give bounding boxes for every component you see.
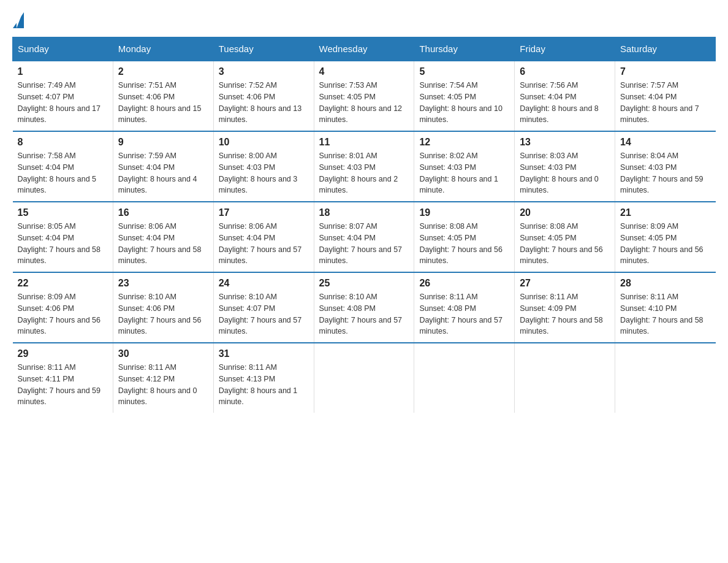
day-number: 10 — [219, 137, 309, 148]
day-number: 23 — [118, 278, 208, 289]
day-info: Sunrise: 8:11 AMSunset: 4:09 PMDaylight:… — [520, 291, 610, 337]
day-number: 22 — [18, 278, 108, 289]
table-row: 31Sunrise: 8:11 AMSunset: 4:13 PMDayligh… — [213, 343, 314, 413]
header-wednesday: Wednesday — [314, 37, 414, 61]
day-number: 28 — [620, 278, 710, 289]
table-row: 7Sunrise: 7:57 AMSunset: 4:04 PMDaylight… — [615, 61, 716, 131]
day-info: Sunrise: 8:11 AMSunset: 4:08 PMDaylight:… — [419, 291, 509, 337]
table-row — [615, 343, 716, 413]
day-info: Sunrise: 8:10 AMSunset: 4:06 PMDaylight:… — [118, 291, 208, 337]
day-number: 1 — [18, 66, 108, 77]
day-number: 6 — [520, 66, 610, 77]
day-number: 19 — [419, 207, 509, 218]
calendar-week-row: 15Sunrise: 8:05 AMSunset: 4:04 PMDayligh… — [13, 202, 716, 272]
calendar-week-row: 22Sunrise: 8:09 AMSunset: 4:06 PMDayligh… — [13, 272, 716, 343]
table-row: 15Sunrise: 8:05 AMSunset: 4:04 PMDayligh… — [13, 202, 113, 272]
table-row: 8Sunrise: 7:58 AMSunset: 4:04 PMDaylight… — [13, 131, 113, 202]
day-info: Sunrise: 8:11 AMSunset: 4:11 PMDaylight:… — [18, 362, 108, 408]
table-row: 17Sunrise: 8:06 AMSunset: 4:04 PMDayligh… — [213, 202, 314, 272]
day-info: Sunrise: 8:11 AMSunset: 4:10 PMDaylight:… — [620, 291, 710, 337]
table-row: 19Sunrise: 8:08 AMSunset: 4:05 PMDayligh… — [414, 202, 515, 272]
calendar-week-row: 1Sunrise: 7:49 AMSunset: 4:07 PMDaylight… — [13, 61, 716, 131]
day-number: 8 — [18, 137, 108, 148]
day-number: 11 — [319, 137, 409, 148]
day-number: 9 — [118, 137, 208, 148]
calendar-header-row: Sunday Monday Tuesday Wednesday Thursday… — [13, 37, 716, 61]
day-info: Sunrise: 7:59 AMSunset: 4:04 PMDaylight:… — [118, 150, 208, 196]
table-row: 23Sunrise: 8:10 AMSunset: 4:06 PMDayligh… — [113, 272, 213, 343]
day-info: Sunrise: 8:08 AMSunset: 4:05 PMDaylight:… — [419, 221, 509, 267]
table-row: 26Sunrise: 8:11 AMSunset: 4:08 PMDayligh… — [414, 272, 515, 343]
table-row: 27Sunrise: 8:11 AMSunset: 4:09 PMDayligh… — [515, 272, 615, 343]
day-info: Sunrise: 8:11 AMSunset: 4:13 PMDaylight:… — [219, 362, 309, 408]
day-info: Sunrise: 8:10 AMSunset: 4:08 PMDaylight:… — [319, 291, 409, 337]
day-info: Sunrise: 8:07 AMSunset: 4:04 PMDaylight:… — [319, 221, 409, 267]
table-row: 4Sunrise: 7:53 AMSunset: 4:05 PMDaylight… — [314, 61, 414, 131]
header-tuesday: Tuesday — [213, 37, 314, 61]
table-row: 20Sunrise: 8:08 AMSunset: 4:05 PMDayligh… — [515, 202, 615, 272]
table-row: 18Sunrise: 8:07 AMSunset: 4:04 PMDayligh… — [314, 202, 414, 272]
table-row: 10Sunrise: 8:00 AMSunset: 4:03 PMDayligh… — [213, 131, 314, 202]
calendar-week-row: 29Sunrise: 8:11 AMSunset: 4:11 PMDayligh… — [13, 343, 716, 413]
day-info: Sunrise: 8:01 AMSunset: 4:03 PMDaylight:… — [319, 150, 409, 196]
table-row: 13Sunrise: 8:03 AMSunset: 4:03 PMDayligh… — [515, 131, 615, 202]
table-row: 6Sunrise: 7:56 AMSunset: 4:04 PMDaylight… — [515, 61, 615, 131]
table-row: 1Sunrise: 7:49 AMSunset: 4:07 PMDaylight… — [13, 61, 113, 131]
header-saturday: Saturday — [615, 37, 716, 61]
table-row: 3Sunrise: 7:52 AMSunset: 4:06 PMDaylight… — [213, 61, 314, 131]
day-number: 13 — [520, 137, 610, 148]
page-header — [12, 12, 716, 27]
table-row: 2Sunrise: 7:51 AMSunset: 4:06 PMDaylight… — [113, 61, 213, 131]
header-thursday: Thursday — [414, 37, 515, 61]
table-row: 24Sunrise: 8:10 AMSunset: 4:07 PMDayligh… — [213, 272, 314, 343]
day-info: Sunrise: 8:04 AMSunset: 4:03 PMDaylight:… — [620, 150, 710, 196]
day-number: 18 — [319, 207, 409, 218]
day-number: 2 — [118, 66, 208, 77]
day-number: 4 — [319, 66, 409, 77]
day-number: 12 — [419, 137, 509, 148]
logo — [12, 12, 25, 27]
day-info: Sunrise: 8:06 AMSunset: 4:04 PMDaylight:… — [118, 221, 208, 267]
table-row: 29Sunrise: 8:11 AMSunset: 4:11 PMDayligh… — [13, 343, 113, 413]
day-info: Sunrise: 7:54 AMSunset: 4:05 PMDaylight:… — [419, 80, 509, 126]
day-info: Sunrise: 8:11 AMSunset: 4:12 PMDaylight:… — [118, 362, 208, 408]
table-row — [414, 343, 515, 413]
table-row — [515, 343, 615, 413]
day-info: Sunrise: 8:09 AMSunset: 4:05 PMDaylight:… — [620, 221, 710, 267]
day-number: 7 — [620, 66, 710, 77]
header-sunday: Sunday — [13, 37, 113, 61]
header-friday: Friday — [515, 37, 615, 61]
day-number: 21 — [620, 207, 710, 218]
day-number: 16 — [118, 207, 208, 218]
day-number: 30 — [118, 348, 208, 359]
day-number: 26 — [419, 278, 509, 289]
day-number: 27 — [520, 278, 610, 289]
day-info: Sunrise: 7:52 AMSunset: 4:06 PMDaylight:… — [219, 80, 309, 126]
table-row: 30Sunrise: 8:11 AMSunset: 4:12 PMDayligh… — [113, 343, 213, 413]
table-row: 16Sunrise: 8:06 AMSunset: 4:04 PMDayligh… — [113, 202, 213, 272]
day-number: 20 — [520, 207, 610, 218]
day-info: Sunrise: 7:53 AMSunset: 4:05 PMDaylight:… — [319, 80, 409, 126]
table-row: 22Sunrise: 8:09 AMSunset: 4:06 PMDayligh… — [13, 272, 113, 343]
day-info: Sunrise: 7:58 AMSunset: 4:04 PMDaylight:… — [18, 150, 108, 196]
day-info: Sunrise: 8:06 AMSunset: 4:04 PMDaylight:… — [219, 221, 309, 267]
calendar-week-row: 8Sunrise: 7:58 AMSunset: 4:04 PMDaylight… — [13, 131, 716, 202]
table-row: 28Sunrise: 8:11 AMSunset: 4:10 PMDayligh… — [615, 272, 716, 343]
day-info: Sunrise: 8:08 AMSunset: 4:05 PMDaylight:… — [520, 221, 610, 267]
day-number: 14 — [620, 137, 710, 148]
day-number: 17 — [219, 207, 309, 218]
day-number: 15 — [18, 207, 108, 218]
day-number: 31 — [219, 348, 309, 359]
calendar-table: Sunday Monday Tuesday Wednesday Thursday… — [12, 37, 716, 413]
table-row: 5Sunrise: 7:54 AMSunset: 4:05 PMDaylight… — [414, 61, 515, 131]
day-number: 24 — [219, 278, 309, 289]
header-monday: Monday — [113, 37, 213, 61]
table-row — [314, 343, 414, 413]
day-info: Sunrise: 7:57 AMSunset: 4:04 PMDaylight:… — [620, 80, 710, 126]
table-row: 21Sunrise: 8:09 AMSunset: 4:05 PMDayligh… — [615, 202, 716, 272]
day-info: Sunrise: 8:02 AMSunset: 4:03 PMDaylight:… — [419, 150, 509, 196]
day-number: 25 — [319, 278, 409, 289]
day-info: Sunrise: 8:05 AMSunset: 4:04 PMDaylight:… — [18, 221, 108, 267]
day-number: 5 — [419, 66, 509, 77]
table-row: 9Sunrise: 7:59 AMSunset: 4:04 PMDaylight… — [113, 131, 213, 202]
